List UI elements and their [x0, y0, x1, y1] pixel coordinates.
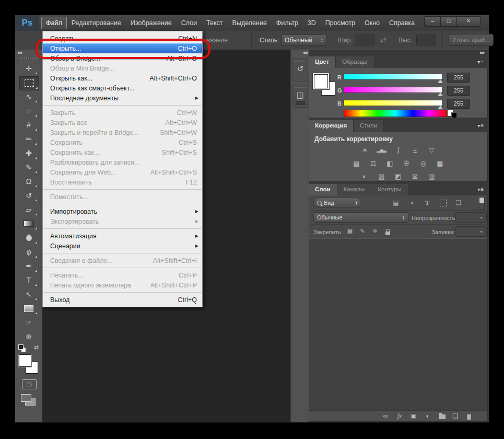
style-dropdown[interactable]: Обычный ▲▼ — [282, 34, 326, 45]
layer-filter-dropdown[interactable]: Вид ▲▼ — [313, 198, 361, 208]
new-layer-icon[interactable]: ❏ — [450, 411, 461, 421]
menu-item-new[interactable]: Создать...Ctrl+N — [43, 33, 202, 43]
filter-by-smart-object-icon[interactable]: ❏ — [454, 199, 463, 206]
filter-by-adjustment-icon[interactable]: ◑ — [407, 199, 416, 206]
layer-style-icon[interactable]: fx — [394, 411, 405, 421]
tab-styles[interactable]: Стили — [354, 120, 384, 132]
type-tool[interactable]: T — [19, 273, 38, 287]
panel-menu-icon[interactable]: ▾≡ — [477, 187, 484, 192]
rectangle-shape-tool[interactable] — [19, 302, 38, 315]
menu-view[interactable]: Просмотр — [321, 17, 360, 29]
link-layers-icon[interactable]: ∞ — [380, 411, 391, 421]
panel-menu-icon[interactable]: ▾≡ — [477, 59, 484, 65]
lock-transparency-icon[interactable]: ▦ — [346, 228, 354, 235]
screen-mode-button[interactable] — [21, 394, 37, 406]
tab-color[interactable]: Цвет — [309, 56, 336, 68]
color-spectrum-ramp[interactable] — [344, 110, 447, 117]
levels-icon[interactable]: ▂▅▃ — [377, 146, 387, 155]
menu-item-recent-files[interactable]: Последние документы▶ — [43, 93, 202, 103]
blue-slider-thumb[interactable] — [438, 106, 443, 109]
menu-item-browse-in-bridge[interactable]: Обзор в Bridge...Alt+Ctrl+O — [43, 53, 202, 63]
layer-mask-icon[interactable]: ▣ — [408, 411, 419, 421]
toolbar-collapse-icon[interactable]: ▶▶ — [18, 51, 22, 55]
tab-adjustments[interactable]: Коррекция — [309, 120, 354, 132]
hand-tool[interactable]: ☞ — [19, 316, 38, 329]
foreground-background-swatches[interactable] — [19, 354, 39, 374]
menu-file[interactable]: Файл — [41, 17, 67, 29]
foreground-color-swatch[interactable] — [314, 74, 328, 88]
green-slider[interactable] — [344, 87, 443, 93]
expand-dock-icon[interactable]: ▶▶ — [480, 51, 485, 55]
crop-tool[interactable]: # — [19, 118, 38, 132]
curves-icon[interactable]: ∫ — [393, 146, 404, 155]
tab-paths[interactable]: Контуры — [371, 184, 408, 195]
delete-layer-icon[interactable] — [464, 411, 474, 422]
channel-mixer-icon[interactable]: ◎ — [418, 159, 429, 168]
spot-healing-brush-tool[interactable]: ✚ — [19, 146, 38, 160]
menu-image[interactable]: Изображение — [126, 17, 177, 29]
blue-slider[interactable] — [344, 100, 443, 106]
invert-icon[interactable]: ◐ — [360, 172, 370, 181]
move-tool[interactable]: ✛ — [19, 62, 38, 75]
gradient-map-icon[interactable]: ▥ — [427, 172, 437, 181]
black-swatch[interactable] — [451, 112, 457, 118]
menu-item-open-as[interactable]: Открыть как...Alt+Shift+Ctrl+O — [43, 73, 202, 83]
tab-swatches[interactable]: Образцы — [336, 56, 374, 68]
lock-position-icon[interactable]: ✛ — [371, 228, 379, 235]
quick-mask-button[interactable] — [22, 379, 37, 389]
toolbar-grip[interactable] — [20, 57, 38, 59]
tab-channels[interactable]: Каналы — [337, 184, 372, 195]
green-slider-thumb[interactable] — [438, 93, 443, 96]
history-panel-button[interactable]: ↺ — [292, 59, 308, 82]
gradient-tool[interactable] — [19, 217, 38, 230]
vibrance-icon[interactable]: ▽ — [427, 146, 437, 155]
lock-all-icon[interactable] — [383, 228, 392, 236]
dodge-tool[interactable]: φ — [19, 245, 38, 259]
foreground-color-swatch[interactable] — [19, 354, 31, 367]
filter-by-type-icon[interactable]: T — [423, 199, 431, 207]
blur-tool[interactable] — [19, 231, 38, 245]
rectangular-marquee-tool[interactable] — [19, 76, 39, 90]
zoom-tool[interactable]: ⊕ — [19, 330, 38, 343]
brightness-contrast-icon[interactable]: ☀ — [360, 146, 370, 155]
properties-panel-button[interactable]: ◫ — [292, 85, 308, 108]
lasso-tool[interactable]: ∿ — [19, 90, 38, 103]
green-value-field[interactable]: 255 — [447, 86, 470, 96]
tab-layers[interactable]: Слои — [309, 184, 337, 195]
lock-pixels-icon[interactable]: ✎ — [358, 228, 367, 235]
close-button[interactable]: × — [456, 16, 480, 27]
menu-item-scripts[interactable]: Сценарии▶ — [43, 241, 202, 251]
exposure-icon[interactable]: ± — [410, 146, 420, 155]
menu-item-import[interactable]: Импортировать▶ — [43, 206, 202, 216]
menu-item-open-as-smart-object[interactable]: Открыть как смарт-объект... — [43, 83, 202, 93]
filter-by-image-icon[interactable]: ▤ — [392, 199, 400, 206]
maximize-button[interactable]: □ — [440, 16, 456, 27]
clone-stamp-tool[interactable]: Ω — [19, 175, 38, 188]
red-slider[interactable] — [344, 74, 443, 80]
posterize-icon[interactable]: ▨ — [377, 172, 387, 181]
adjustment-layer-icon[interactable]: ◐ — [423, 411, 433, 421]
blue-value-field[interactable]: 255 — [447, 99, 470, 109]
red-slider-thumb[interactable] — [438, 79, 443, 83]
red-value-field[interactable]: 255 — [447, 73, 470, 83]
menu-3d[interactable]: 3D — [303, 17, 321, 29]
pen-tool[interactable]: ✒ — [19, 259, 38, 273]
hue-saturation-icon[interactable]: ▤ — [351, 159, 362, 168]
new-group-icon[interactable] — [437, 411, 447, 422]
layer-filter-toggle[interactable] — [479, 197, 485, 210]
menu-edit[interactable]: Редактирование — [67, 17, 126, 29]
collapse-dock-icon[interactable]: ◀◀ — [302, 51, 307, 55]
filter-by-shape-icon[interactable] — [439, 199, 447, 208]
path-selection-tool[interactable]: ↖ — [19, 287, 38, 301]
selective-color-icon[interactable]: ⊠ — [410, 172, 420, 181]
menu-type[interactable]: Текст — [202, 17, 227, 29]
history-brush-tool[interactable]: ↺ — [19, 189, 38, 202]
threshold-icon[interactable]: ◩ — [393, 172, 404, 181]
menu-filter[interactable]: Фильтр — [272, 17, 303, 29]
menu-select[interactable]: Выделение — [228, 17, 272, 29]
menu-help[interactable]: Справка — [384, 17, 419, 29]
menu-item-exit[interactable]: ВыходCtrl+Q — [43, 295, 202, 305]
blend-mode-dropdown[interactable]: Обычные ▲▼ — [313, 212, 408, 223]
minimize-button[interactable]: – — [424, 16, 440, 27]
color-lookup-icon[interactable]: ▦ — [435, 159, 446, 168]
